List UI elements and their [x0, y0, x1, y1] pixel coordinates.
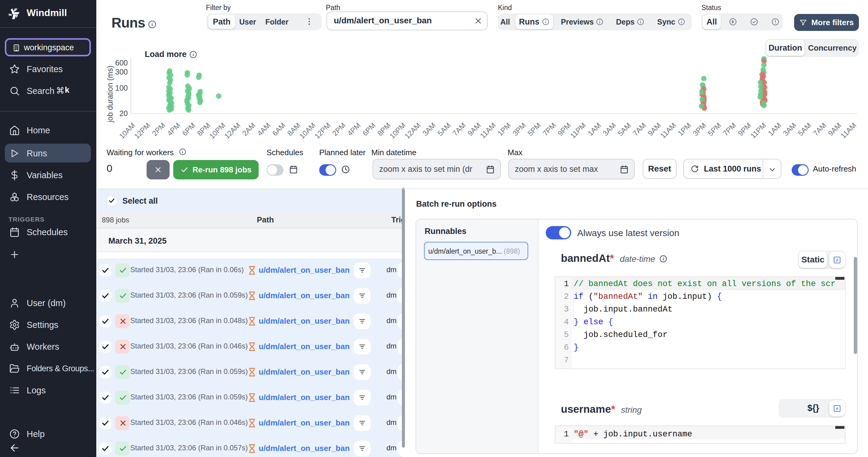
svg-text:2AM: 2AM	[241, 121, 257, 137]
svg-text:7AM: 7AM	[451, 121, 467, 137]
svg-text:4PM: 4PM	[165, 121, 182, 137]
svg-text:300: 300	[115, 67, 128, 76]
svg-text:11PM: 11PM	[749, 121, 768, 140]
svg-text:12AM: 12AM	[403, 121, 422, 140]
svg-text:10PM: 10PM	[388, 121, 407, 140]
svg-text:12AM: 12AM	[223, 121, 242, 140]
svg-text:6PM: 6PM	[181, 121, 197, 137]
svg-text:20: 20	[119, 109, 128, 118]
svg-text:7AM: 7AM	[811, 121, 828, 137]
svg-text:100: 100	[115, 84, 128, 92]
svg-text:600: 600	[115, 58, 128, 67]
svg-text:3PM: 3PM	[511, 121, 527, 137]
svg-text:7AM: 7AM	[631, 121, 648, 137]
svg-text:12PM: 12PM	[313, 121, 332, 140]
svg-text:10AM: 10AM	[298, 121, 317, 140]
svg-text:1PM: 1PM	[676, 121, 693, 137]
svg-text:7PM: 7PM	[541, 121, 557, 137]
svg-text:2PM: 2PM	[151, 121, 167, 137]
svg-text:12PM: 12PM	[133, 121, 152, 140]
svg-text:6PM: 6PM	[361, 121, 377, 137]
svg-text:10AM: 10AM	[118, 121, 136, 140]
svg-text:3PM: 3PM	[691, 121, 708, 137]
svg-text:4AM: 4AM	[256, 121, 272, 137]
svg-text:5PM: 5PM	[526, 121, 542, 137]
svg-text:3AM: 3AM	[601, 121, 618, 137]
svg-text:5AM: 5AM	[616, 121, 632, 137]
svg-text:7PM: 7PM	[721, 121, 738, 137]
svg-text:5AM: 5AM	[797, 121, 813, 137]
svg-text:6AM: 6AM	[271, 121, 287, 137]
svg-text:1PM: 1PM	[496, 121, 513, 137]
svg-text:2PM: 2PM	[331, 121, 347, 137]
svg-text:3AM: 3AM	[781, 121, 798, 137]
svg-text:3AM: 3AM	[421, 121, 437, 137]
svg-text:1AM: 1AM	[586, 121, 602, 137]
svg-text:11PM: 11PM	[568, 121, 587, 140]
svg-text:job duration (ms): job duration (ms)	[106, 65, 114, 123]
svg-text:11AM: 11AM	[659, 121, 678, 140]
svg-text:11AM: 11AM	[478, 121, 497, 140]
svg-text:10PM: 10PM	[208, 121, 227, 140]
svg-text:1AM: 1AM	[766, 121, 783, 137]
svg-text:5AM: 5AM	[436, 121, 452, 137]
svg-text:11AM: 11AM	[839, 121, 858, 140]
svg-text:4PM: 4PM	[346, 121, 362, 137]
svg-text:5PM: 5PM	[706, 121, 723, 137]
